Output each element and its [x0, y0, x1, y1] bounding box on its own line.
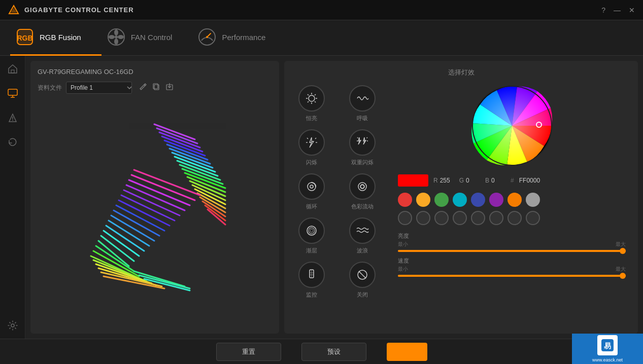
color-wheel[interactable] [471, 85, 553, 166]
effects-grid: 恒亮 呼吸 [291, 85, 383, 309]
color-swatches-row1 [398, 193, 626, 207]
export-profile-button[interactable] [165, 83, 174, 93]
sidebar-item-update[interactable] [5, 110, 21, 126]
close-button[interactable]: ✕ [629, 6, 635, 14]
tab-performance-label: Performance [222, 33, 265, 42]
swatch-custom-5[interactable] [471, 211, 485, 225]
right-panel: 选择灯效 [284, 61, 638, 334]
sidebar-item-refresh[interactable] [5, 134, 21, 150]
brightness-slider[interactable] [398, 250, 626, 252]
swatch-green[interactable] [434, 193, 449, 207]
svg-line-54 [119, 200, 170, 226]
tab-performance[interactable]: Performance [192, 20, 286, 56]
r-label: R [433, 177, 438, 184]
left-panel: GV-R79GREGAMING OC-16GD 资料文件 Profile 1 [30, 61, 279, 334]
svg-line-82 [308, 101, 309, 102]
effect-cycle[interactable]: 循环 [291, 173, 332, 210]
b-channel: B 0 [485, 177, 505, 184]
reset-button[interactable]: 重置 [216, 343, 281, 361]
copy-profile-button[interactable] [152, 83, 160, 93]
effect-wave[interactable]: 波浪 [342, 217, 383, 254]
svg-point-6 [115, 35, 118, 39]
effect-flash-label: 闪烁 [306, 159, 317, 166]
svg-text:RGB: RGB [17, 34, 32, 42]
svg-line-35 [177, 161, 218, 176]
effect-constant-label: 恒亮 [306, 115, 317, 122]
swatch-custom-2[interactable] [416, 211, 430, 225]
swatch-custom-6[interactable] [489, 211, 503, 225]
fan-control-icon [107, 27, 126, 47]
effect-constant[interactable]: 恒亮 [291, 85, 332, 122]
swatch-custom-3[interactable] [434, 211, 449, 225]
speed-slider[interactable] [398, 275, 626, 277]
effect-monitor[interactable]: 监控 [291, 262, 332, 299]
svg-line-57 [111, 215, 154, 241]
svg-line-26 [154, 124, 195, 139]
sidebar-item-monitor[interactable] [5, 85, 21, 101]
color-preview-row: R 255 G 0 B 0 # F [398, 174, 626, 187]
swatch-custom-1[interactable] [398, 211, 412, 225]
tab-fan-control[interactable]: FAN Control [101, 20, 193, 56]
watermark: 易 www.easck.net [572, 334, 643, 364]
minimize-button[interactable]: — [614, 6, 621, 14]
tab-rgb-fusion-label: RGB Fusion [40, 33, 81, 42]
swatch-gray[interactable] [526, 193, 540, 207]
help-button[interactable]: ? [601, 6, 605, 14]
effect-flash[interactable]: 闪烁 [291, 129, 332, 166]
svg-point-93 [358, 183, 366, 191]
svg-line-46 [205, 205, 225, 221]
effect-off[interactable]: 关闭 [342, 262, 383, 299]
effect-doubleflash[interactable]: 双重闪烁 [342, 129, 383, 166]
svg-line-56 [114, 210, 159, 236]
svg-point-13 [206, 36, 208, 38]
swatch-yellow[interactable] [416, 193, 430, 207]
swatch-custom-4[interactable] [453, 211, 467, 225]
svg-rect-15 [8, 89, 17, 95]
content-area: GV-R79GREGAMING OC-16GD 资料文件 Profile 1 [25, 56, 643, 339]
effect-breathing[interactable]: 呼吸 [342, 85, 383, 122]
apply-button[interactable] [387, 343, 427, 361]
tab-rgb-fusion[interactable]: RGB RGB Fusion [10, 20, 101, 56]
gpu-visualization [38, 99, 272, 292]
swatch-custom-7[interactable] [507, 211, 522, 225]
preset-button[interactable]: 预设 [301, 343, 366, 361]
swatch-purple[interactable] [489, 193, 503, 207]
color-wheel-wrapper[interactable] [471, 85, 553, 168]
brightness-min-label: 最小 [398, 241, 408, 248]
nav-tabs: RGB RGB Fusion FAN Control Performance [0, 20, 643, 56]
svg-line-28 [159, 132, 200, 148]
svg-line-38 [185, 173, 225, 188]
effect-cycle-label: 循环 [306, 203, 317, 210]
sidebar-item-settings[interactable] [5, 317, 21, 334]
svg-point-92 [310, 185, 313, 188]
speed-min-label: 最小 [398, 266, 408, 273]
svg-line-32 [170, 149, 210, 164]
swatch-orange[interactable] [507, 193, 522, 207]
svg-text:易: 易 [604, 342, 611, 350]
swatch-red[interactable] [398, 193, 412, 207]
speed-label: 速度 [398, 257, 409, 265]
sidebar-item-home[interactable] [5, 61, 21, 77]
svg-point-9 [114, 39, 118, 45]
effect-colorflow-label: 色彩流动 [351, 203, 374, 210]
profile-select[interactable]: Profile 1 [66, 82, 132, 94]
effect-breathing-label: 呼吸 [357, 115, 368, 122]
svg-line-36 [180, 165, 220, 180]
brightness-label: 亮度 [398, 232, 409, 240]
profile-row: 资料文件 Profile 1 [38, 82, 272, 94]
swatch-blue[interactable] [471, 193, 485, 207]
lighting-effects-title: 选择灯效 [291, 68, 631, 77]
edit-profile-button[interactable] [139, 83, 147, 93]
effect-fade[interactable]: 渐层 [291, 217, 332, 254]
svg-point-96 [309, 228, 315, 234]
effect-colorflow[interactable]: 色彩流动 [342, 173, 383, 210]
swatch-custom-8[interactable] [526, 211, 540, 225]
effect-monitor-label: 监控 [306, 291, 317, 299]
app-title: GIGABYTE CONTROL CENTER [24, 6, 134, 14]
r-value: 255 [440, 177, 454, 184]
tab-fan-control-label: FAN Control [131, 33, 173, 42]
svg-line-33 [172, 153, 213, 168]
g-channel: G 0 [459, 177, 480, 184]
swatch-cyan[interactable] [453, 193, 467, 207]
svg-line-34 [175, 157, 215, 172]
